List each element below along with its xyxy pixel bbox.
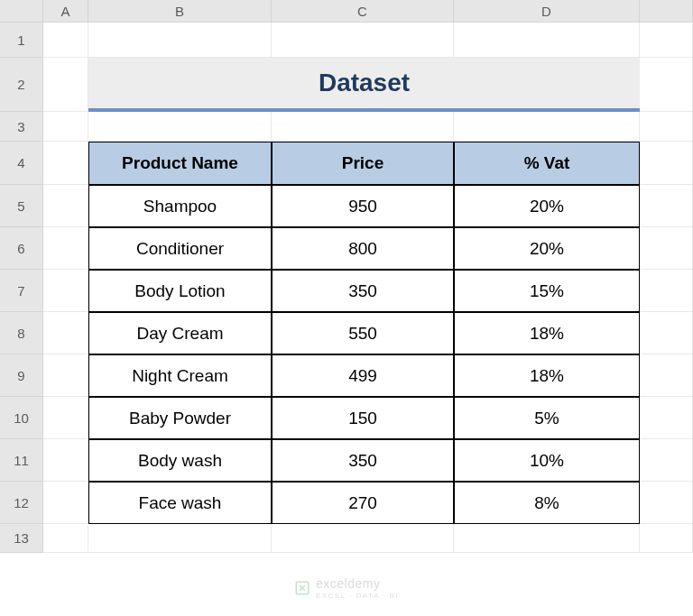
exceldemy-logo-icon [294,580,310,596]
table-cell-price[interactable]: 350 [272,439,454,482]
cell-b1[interactable] [88,23,272,58]
table-cell-product[interactable]: Conditioner [88,227,272,270]
table-cell-product[interactable]: Face wash [88,482,272,524]
table-header-product[interactable]: Product Name [88,142,272,185]
col-header-a[interactable]: A [43,0,88,23]
cell-e12[interactable] [640,482,693,524]
cell-a6[interactable] [43,227,88,270]
table-cell-vat[interactable]: 8% [454,482,640,524]
col-header-extra[interactable] [640,0,693,23]
row-header-2[interactable]: 2 [0,58,43,112]
cell-c13[interactable] [272,524,454,553]
table-cell-vat[interactable]: 10% [454,439,640,482]
row-header-11[interactable]: 11 [0,439,43,482]
watermark-tagline: EXCEL · DATA · BI [316,592,399,600]
col-header-d[interactable]: D [454,0,640,23]
cell-b3[interactable] [88,112,272,142]
cell-a1[interactable] [43,23,88,58]
cell-e4[interactable] [640,142,693,185]
cell-b13[interactable] [88,524,272,553]
watermark: exceldemy EXCEL · DATA · BI [294,575,399,600]
row-header-12[interactable]: 12 [0,482,43,524]
cell-c3[interactable] [272,112,454,142]
cell-e8[interactable] [640,312,693,354]
cell-e11[interactable] [640,439,693,482]
cell-e2[interactable] [640,58,693,112]
cell-d13[interactable] [454,524,640,553]
cell-a12[interactable] [43,482,88,524]
table-cell-product[interactable]: Shampoo [88,185,272,227]
row-header-9[interactable]: 9 [0,354,43,397]
cell-e7[interactable] [640,270,693,312]
row-header-7[interactable]: 7 [0,270,43,312]
cell-a5[interactable] [43,185,88,227]
table-header-price[interactable]: Price [272,142,454,185]
table-cell-vat[interactable]: 15% [454,270,640,312]
table-cell-product[interactable]: Body Lotion [88,270,272,312]
table-cell-price[interactable]: 270 [272,482,454,524]
table-cell-price[interactable]: 350 [272,270,454,312]
row-header-8[interactable]: 8 [0,312,43,354]
cell-a4[interactable] [43,142,88,185]
table-cell-product[interactable]: Night Cream [88,354,272,397]
select-all-corner[interactable] [0,0,43,23]
row-header-3[interactable]: 3 [0,112,43,142]
row-header-1[interactable]: 1 [0,23,43,58]
cell-a13[interactable] [43,524,88,553]
cell-c1[interactable] [272,23,454,58]
cell-e13[interactable] [640,524,693,553]
table-cell-product[interactable]: Day Cream [88,312,272,354]
cell-a2[interactable] [43,58,88,112]
cell-e1[interactable] [640,23,693,58]
cell-d1[interactable] [454,23,640,58]
cell-a10[interactable] [43,397,88,439]
cell-a11[interactable] [43,439,88,482]
table-cell-vat[interactable]: 18% [454,354,640,397]
table-cell-price[interactable]: 800 [272,227,454,270]
table-cell-vat[interactable]: 18% [454,312,640,354]
cell-d3[interactable] [454,112,640,142]
spreadsheet-grid: A B C D 1 2 Dataset 3 4 Product Name Pri… [0,0,693,553]
table-cell-vat[interactable]: 20% [454,227,640,270]
table-cell-product[interactable]: Baby Powder [88,397,272,439]
watermark-brand: exceldemy [316,576,380,591]
cell-e9[interactable] [640,354,693,397]
table-cell-vat[interactable]: 5% [454,397,640,439]
table-header-vat[interactable]: % Vat [454,142,640,185]
dataset-title[interactable]: Dataset [88,58,640,112]
col-header-c[interactable]: C [272,0,454,23]
row-header-10[interactable]: 10 [0,397,43,439]
row-header-13[interactable]: 13 [0,524,43,553]
cell-e5[interactable] [640,185,693,227]
cell-e10[interactable] [640,397,693,439]
col-header-b[interactable]: B [88,0,272,23]
cell-e3[interactable] [640,112,693,142]
cell-a8[interactable] [43,312,88,354]
row-header-4[interactable]: 4 [0,142,43,185]
table-cell-price[interactable]: 950 [272,185,454,227]
cell-a9[interactable] [43,354,88,397]
row-header-5[interactable]: 5 [0,185,43,227]
table-cell-product[interactable]: Body wash [88,439,272,482]
cell-e6[interactable] [640,227,693,270]
table-cell-price[interactable]: 499 [272,354,454,397]
table-cell-vat[interactable]: 20% [454,185,640,227]
table-cell-price[interactable]: 150 [272,397,454,439]
table-cell-price[interactable]: 550 [272,312,454,354]
cell-a7[interactable] [43,270,88,312]
row-header-6[interactable]: 6 [0,227,43,270]
cell-a3[interactable] [43,112,88,142]
watermark-text: exceldemy EXCEL · DATA · BI [316,575,399,600]
